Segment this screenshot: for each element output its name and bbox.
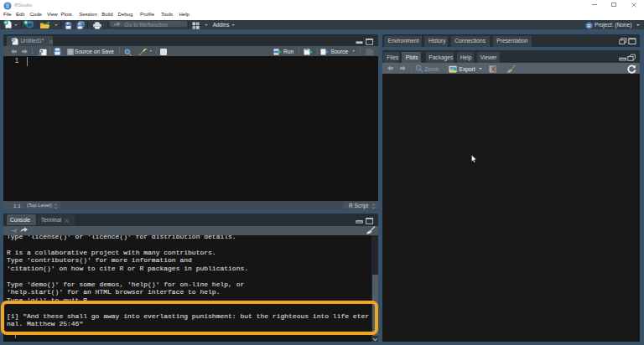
svg-text:R: R bbox=[587, 23, 591, 28]
svg-text:R: R bbox=[6, 3, 9, 8]
